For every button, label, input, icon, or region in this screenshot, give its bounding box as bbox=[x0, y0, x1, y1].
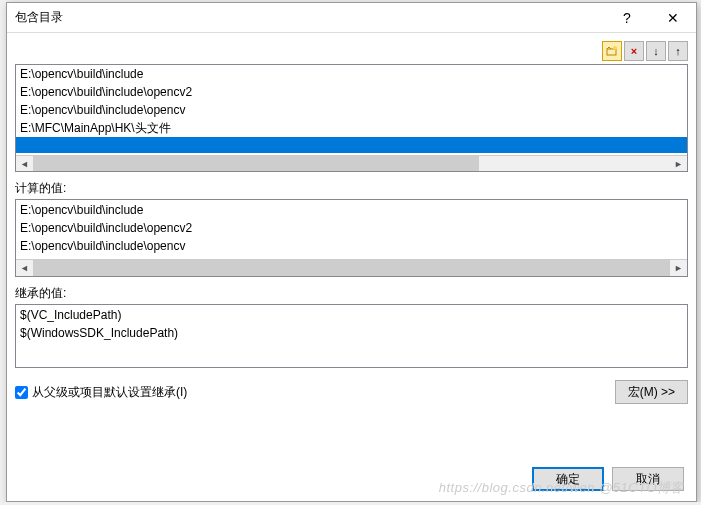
close-button[interactable]: ✕ bbox=[650, 3, 696, 33]
close-icon: ✕ bbox=[667, 10, 679, 26]
inherited-values-box: $(VC_IncludePath) $(WindowsSDK_IncludePa… bbox=[15, 304, 688, 368]
arrow-down-icon: ↓ bbox=[653, 46, 659, 57]
delete-icon: × bbox=[631, 46, 637, 57]
scroll-thumb[interactable] bbox=[33, 260, 670, 276]
delete-line-button[interactable]: × bbox=[624, 41, 644, 61]
include-dirs-dialog: 包含目录 ? ✕ × ↓ ↑ E:\opencv\build\include E… bbox=[6, 2, 697, 502]
scroll-left-button[interactable]: ◄ bbox=[16, 260, 33, 276]
computed-values-box: E:\opencv\build\include E:\opencv\build\… bbox=[15, 199, 688, 277]
computed-item: E:\opencv\build\include\opencv2 bbox=[16, 219, 687, 237]
computed-label: 计算的值: bbox=[15, 180, 688, 197]
hscrollbar[interactable]: ◄ ► bbox=[16, 155, 687, 172]
scroll-right-button[interactable]: ► bbox=[670, 260, 687, 276]
move-down-button[interactable]: ↓ bbox=[646, 41, 666, 61]
inherit-checkbox-wrap[interactable]: 从父级或项目默认设置继承(I) bbox=[15, 384, 615, 401]
editable-paths-list[interactable]: E:\opencv\build\include E:\opencv\build\… bbox=[15, 64, 688, 172]
ok-button[interactable]: 确定 bbox=[532, 467, 604, 491]
list-toolbar: × ↓ ↑ bbox=[15, 41, 688, 61]
list-item[interactable]: E:\opencv\build\include\opencv bbox=[16, 101, 687, 119]
computed-item: E:\opencv\build\include\opencv bbox=[16, 237, 687, 255]
svg-point-1 bbox=[613, 46, 617, 50]
list-item[interactable]: E:\opencv\build\include\opencv2 bbox=[16, 83, 687, 101]
bottom-row: 从父级或项目默认设置继承(I) 宏(M) >> bbox=[15, 380, 688, 404]
new-folder-icon bbox=[606, 45, 618, 57]
help-button[interactable]: ? bbox=[604, 3, 650, 33]
list-item-selected-empty[interactable] bbox=[16, 137, 687, 153]
inherit-checkbox-label: 从父级或项目默认设置继承(I) bbox=[32, 384, 187, 401]
editable-list-inner[interactable]: E:\opencv\build\include E:\opencv\build\… bbox=[16, 65, 687, 155]
move-up-button[interactable]: ↑ bbox=[668, 41, 688, 61]
inherited-label: 继承的值: bbox=[15, 285, 688, 302]
scroll-right-button[interactable]: ► bbox=[670, 156, 687, 172]
new-line-button[interactable] bbox=[602, 41, 622, 61]
dialog-title: 包含目录 bbox=[15, 9, 604, 26]
inherited-inner[interactable]: $(VC_IncludePath) $(WindowsSDK_IncludePa… bbox=[16, 305, 687, 367]
hscrollbar[interactable]: ◄ ► bbox=[16, 259, 687, 276]
list-item[interactable]: E:\opencv\build\include bbox=[16, 65, 687, 83]
inherit-checkbox[interactable] bbox=[15, 386, 28, 399]
cancel-button[interactable]: 取消 bbox=[612, 467, 684, 491]
arrow-up-icon: ↑ bbox=[675, 46, 681, 57]
computed-inner[interactable]: E:\opencv\build\include E:\opencv\build\… bbox=[16, 200, 687, 259]
titlebar: 包含目录 ? ✕ bbox=[7, 3, 696, 33]
inherited-item: $(VC_IncludePath) bbox=[16, 306, 687, 324]
scroll-left-button[interactable]: ◄ bbox=[16, 156, 33, 172]
scroll-track[interactable] bbox=[33, 260, 670, 276]
list-item[interactable]: E:\MFC\MainApp\HK\头文件 bbox=[16, 119, 687, 137]
dialog-content: × ↓ ↑ E:\opencv\build\include E:\opencv\… bbox=[7, 33, 696, 412]
computed-item: E:\opencv\build\include bbox=[16, 201, 687, 219]
macros-button[interactable]: 宏(M) >> bbox=[615, 380, 688, 404]
inherited-item: $(WindowsSDK_IncludePath) bbox=[16, 324, 687, 342]
dialog-footer: 确定 取消 bbox=[532, 467, 684, 491]
scroll-track[interactable] bbox=[33, 156, 670, 172]
scroll-thumb[interactable] bbox=[33, 156, 479, 172]
